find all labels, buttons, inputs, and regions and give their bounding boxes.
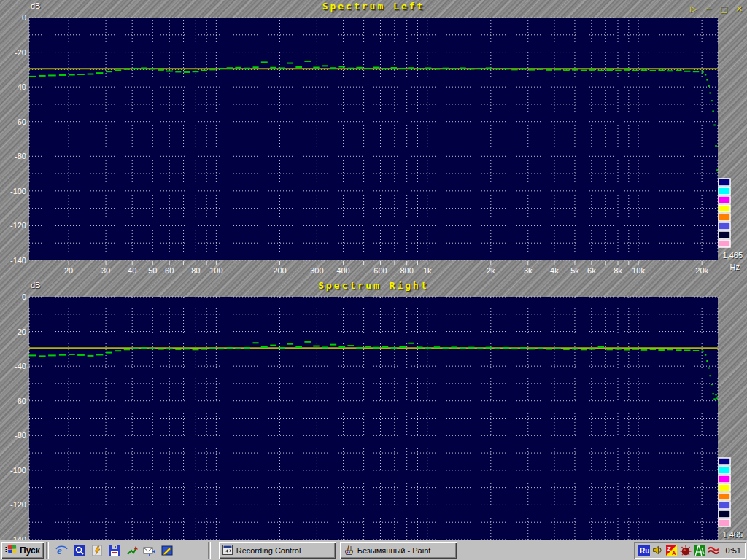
y-tick-label: -140 — [10, 256, 26, 265]
x-tick-label: 5k — [570, 266, 579, 275]
spectrum-right-canvas[interactable]: 0-20-40-60-80-100-120-140 — [0, 279, 747, 540]
svg-text:A: A — [672, 550, 676, 556]
volume-tray-icon[interactable] — [652, 545, 664, 556]
x-tick-label: 50 — [148, 266, 157, 275]
x-tick-label: 400 — [336, 266, 349, 275]
winamp-icon[interactable] — [89, 542, 105, 559]
x-tick-label: 4k — [550, 266, 559, 275]
spectrum-left-panel: Spectrum Left dB 0-20-40-60-80-100-120-1… — [0, 0, 747, 279]
cursor-frequency-readout: 1,465 — [722, 530, 743, 539]
x-tick-label: 600 — [374, 266, 387, 275]
minimize-control[interactable]: − — [705, 4, 711, 14]
y-tick-label: -100 — [10, 466, 26, 475]
volume-control-icon — [222, 545, 233, 556]
legend-color-swatch[interactable] — [719, 205, 730, 212]
quick-launch-bar: e — [51, 542, 206, 559]
x-tick-label: 20k — [695, 266, 708, 275]
legend-color-swatch[interactable] — [719, 231, 730, 238]
taskbar-separator — [208, 542, 211, 559]
y-tick-label: 0 — [22, 292, 26, 301]
y-tick-label: -120 — [10, 500, 26, 509]
start-button[interactable]: Пуск — [1, 542, 44, 559]
close-control[interactable]: ✕ — [736, 4, 743, 14]
legend-color-swatch[interactable] — [719, 187, 730, 195]
play-control[interactable]: ▷ — [690, 4, 696, 14]
x-tick-label: 20 — [64, 266, 73, 275]
svg-text:Z: Z — [667, 545, 671, 552]
notes-pencil-icon[interactable] — [159, 542, 175, 559]
x-tick-label: 80 — [191, 266, 200, 275]
spectrum-right-panel: Spectrum Right dB 0-20-40-60-80-100-120-… — [0, 279, 747, 540]
legend-color-swatch[interactable] — [719, 240, 730, 247]
x-tick-label: 60 — [165, 266, 174, 275]
paint-icon — [344, 545, 355, 556]
y-tick-label: -20 — [15, 48, 26, 57]
y-tick-label: -120 — [10, 221, 26, 230]
y-tick-label: -80 — [15, 152, 26, 160]
svg-text:Ru: Ru — [640, 547, 649, 555]
y-tick-label: -60 — [15, 117, 26, 126]
taskbar: Пуск e Recording ControlБезымянный - Pai… — [0, 540, 747, 560]
chart-arrows-icon[interactable] — [124, 542, 140, 559]
zonealarm-tray-icon[interactable]: ZA — [666, 545, 678, 556]
legend-color-swatch[interactable] — [719, 214, 730, 221]
legend-color-swatch[interactable] — [719, 222, 730, 230]
legend-color-swatch[interactable] — [719, 458, 730, 465]
x-tick-label: 300 — [310, 266, 323, 275]
legend-color-swatch[interactable] — [719, 467, 730, 474]
window-controls: ▷ − □ ✕ — [685, 1, 743, 15]
legend-color-swatch[interactable] — [719, 502, 730, 509]
floppy-save-icon[interactable] — [107, 542, 123, 559]
legend-color-swatch[interactable] — [719, 493, 730, 500]
start-button-label: Пуск — [20, 545, 40, 556]
mail-sync-icon[interactable] — [142, 542, 158, 559]
taskbar-window-label: Безымянный - Paint — [357, 546, 431, 555]
cursor-frequency-readout: 1,465 — [722, 251, 743, 260]
y-tick-label: -60 — [15, 397, 26, 405]
legend-color-swatch[interactable] — [719, 510, 730, 518]
x-tick-label: 200 — [273, 266, 286, 275]
legend-color-swatch[interactable] — [719, 179, 730, 186]
x-tick-label: 800 — [400, 266, 413, 275]
x-tick-label: 100 — [209, 266, 222, 275]
x-axis-unit: Hz — [730, 262, 740, 271]
taskbar-window-button[interactable]: Recording Control — [219, 542, 336, 559]
x-tick-label: 8k — [614, 266, 622, 275]
legend-color-swatch[interactable] — [719, 519, 730, 526]
x-tick-label: 2k — [487, 266, 495, 275]
x-tick-label: 1k — [423, 266, 432, 275]
desktop: ▷ − □ ✕ Spectrum Left dB 0-20-40-60-80-1… — [0, 0, 747, 560]
y-tick-label: -80 — [15, 431, 26, 440]
windows-logo-icon — [5, 544, 18, 557]
x-tick-label: 3k — [524, 266, 533, 275]
internet-explorer-icon[interactable]: e — [54, 542, 70, 559]
spectrum-left-canvas[interactable]: 0-20-40-60-80-100-120-140203040506080100… — [0, 0, 747, 279]
y-tick-label: -40 — [15, 362, 26, 370]
legend-color-swatch[interactable] — [719, 484, 730, 491]
y-tick-label: 0 — [22, 13, 26, 22]
legend-color-swatch[interactable] — [719, 475, 730, 483]
taskbar-separator — [46, 542, 49, 559]
x-tick-label: 10k — [632, 266, 645, 275]
task-buttons: Recording ControlБезымянный - Paint — [219, 542, 634, 559]
tray-icons: RuZA — [638, 545, 719, 556]
lang-ru-tray-icon[interactable]: Ru — [638, 545, 650, 556]
x-tick-label: 40 — [128, 266, 136, 275]
red-wave-tray-icon[interactable] — [708, 545, 719, 556]
taskbar-window-button[interactable]: Безымянный - Paint — [340, 542, 457, 559]
clock: 0:51 — [726, 546, 741, 555]
bomb-av-tray-icon[interactable] — [680, 545, 692, 556]
magnifier-app-icon[interactable] — [71, 542, 88, 559]
x-tick-label: 30 — [101, 266, 110, 275]
y-tick-label: -100 — [10, 187, 26, 195]
x-tick-label: 6k — [587, 266, 596, 275]
avp-monitor-tray-icon[interactable] — [694, 545, 705, 556]
y-tick-label: -40 — [15, 82, 26, 91]
system-tray: RuZA 0:51 — [634, 542, 746, 559]
maximize-control[interactable]: □ — [720, 4, 727, 14]
legend-color-swatch[interactable] — [719, 196, 730, 203]
taskbar-window-label: Recording Control — [236, 546, 301, 555]
y-tick-label: -20 — [15, 327, 26, 336]
